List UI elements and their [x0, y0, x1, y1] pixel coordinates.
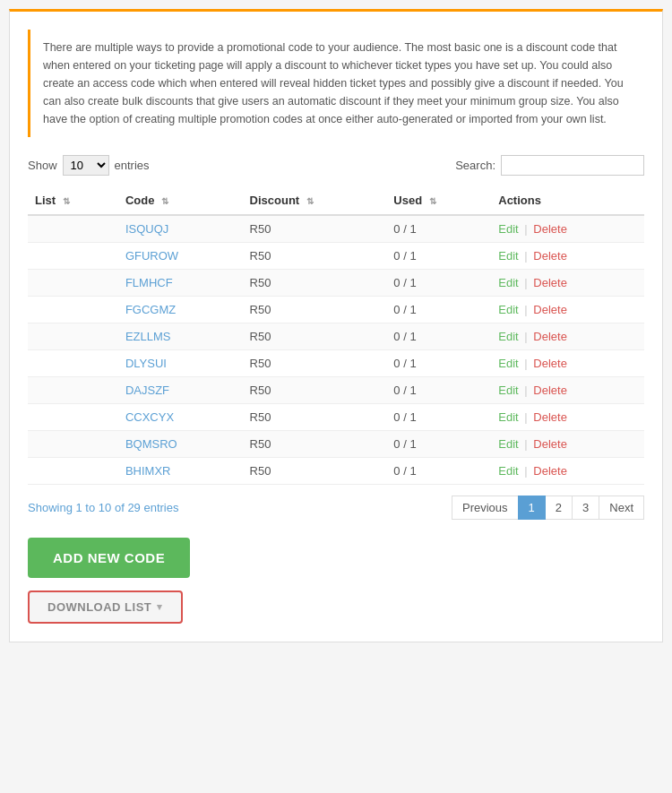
- edit-link[interactable]: Edit: [498, 410, 518, 424]
- table-row: DAJSZF R50 0 / 1 Edit | Delete: [28, 377, 644, 404]
- cell-actions: Edit | Delete: [491, 270, 644, 297]
- cell-code: DAJSZF: [118, 377, 243, 404]
- cell-code: FLMHCF: [118, 270, 243, 297]
- col-actions: Actions: [491, 186, 644, 215]
- cell-discount: R50: [243, 243, 387, 270]
- delete-link[interactable]: Delete: [533, 330, 567, 343]
- delete-link[interactable]: Delete: [533, 357, 567, 370]
- cell-used: 0 / 1: [386, 431, 491, 458]
- search-input[interactable]: [501, 155, 644, 176]
- table-row: EZLLMS R50 0 / 1 Edit | Delete: [28, 323, 644, 350]
- cell-discount: R50: [243, 404, 387, 431]
- page-3-button[interactable]: 3: [572, 496, 599, 520]
- page-2-button[interactable]: 2: [545, 496, 573, 520]
- show-entries-control: Show 10 25 50 100 entries: [28, 155, 150, 176]
- page-1-button[interactable]: 1: [518, 496, 546, 520]
- cell-actions: Edit | Delete: [491, 215, 644, 243]
- cell-actions: Edit | Delete: [491, 404, 644, 431]
- edit-link[interactable]: Edit: [498, 357, 518, 370]
- col-list: List ⇅: [28, 186, 118, 215]
- showing-from: 1: [75, 501, 82, 514]
- action-separator: |: [524, 410, 527, 424]
- cell-discount: R50: [243, 215, 387, 243]
- chevron-down-icon: ▾: [157, 601, 163, 613]
- download-list-label: DOWNLOAD LIST: [47, 600, 151, 614]
- cell-list: [28, 377, 118, 404]
- cell-code: GFUROW: [118, 243, 243, 270]
- delete-link[interactable]: Delete: [533, 437, 567, 451]
- showing-to-text: to: [85, 501, 98, 514]
- cell-discount: R50: [243, 270, 387, 297]
- search-box: Search:: [455, 155, 644, 176]
- cell-code: FGCGMZ: [118, 297, 243, 323]
- delete-link[interactable]: Delete: [533, 410, 567, 424]
- showing-of-text: of: [115, 501, 127, 514]
- next-button[interactable]: Next: [599, 496, 644, 520]
- cell-discount: R50: [243, 377, 387, 404]
- table-row: BHIMXR R50 0 / 1 Edit | Delete: [28, 458, 644, 485]
- edit-link[interactable]: Edit: [498, 303, 518, 316]
- edit-link[interactable]: Edit: [498, 384, 518, 397]
- cell-discount: R50: [243, 297, 387, 323]
- table-row: GFUROW R50 0 / 1 Edit | Delete: [28, 243, 644, 270]
- cell-actions: Edit | Delete: [491, 377, 644, 404]
- edit-link[interactable]: Edit: [498, 437, 518, 451]
- cell-code: DLYSUI: [118, 350, 243, 377]
- cell-used: 0 / 1: [386, 458, 491, 485]
- cell-list: [28, 404, 118, 431]
- table-row: BQMSRO R50 0 / 1 Edit | Delete: [28, 431, 644, 458]
- edit-link[interactable]: Edit: [498, 249, 518, 263]
- prev-button[interactable]: Previous: [452, 496, 519, 520]
- cell-list: [28, 215, 118, 243]
- show-label: Show: [28, 159, 57, 172]
- cell-code: EZLLMS: [118, 323, 243, 350]
- delete-link[interactable]: Delete: [533, 384, 567, 397]
- edit-link[interactable]: Edit: [498, 330, 518, 343]
- cell-discount: R50: [243, 350, 387, 377]
- delete-link[interactable]: Delete: [533, 303, 567, 316]
- sort-icon-code[interactable]: ⇅: [161, 196, 168, 206]
- entries-label: entries: [115, 159, 150, 172]
- table-row: FLMHCF R50 0 / 1 Edit | Delete: [28, 270, 644, 297]
- main-container: There are multiple ways to provide a pro…: [9, 9, 663, 642]
- add-new-code-button[interactable]: ADD NEW CODE: [28, 538, 190, 578]
- edit-link[interactable]: Edit: [498, 464, 518, 478]
- action-separator: |: [524, 357, 527, 370]
- entries-select[interactable]: 10 25 50 100: [63, 155, 109, 176]
- download-list-button[interactable]: DOWNLOAD LIST ▾: [28, 590, 183, 624]
- cell-actions: Edit | Delete: [491, 243, 644, 270]
- table-header-row: List ⇅ Code ⇅ Discount ⇅ Used ⇅ Actions: [28, 186, 644, 215]
- delete-link[interactable]: Delete: [533, 249, 567, 263]
- action-separator: |: [524, 249, 527, 263]
- cell-list: [28, 270, 118, 297]
- delete-link[interactable]: Delete: [533, 222, 567, 236]
- cell-discount: R50: [243, 431, 387, 458]
- sort-icon-list[interactable]: ⇅: [63, 196, 70, 206]
- cell-actions: Edit | Delete: [491, 350, 644, 377]
- table-row: FGCGMZ R50 0 / 1 Edit | Delete: [28, 297, 644, 323]
- edit-link[interactable]: Edit: [498, 222, 518, 236]
- sort-icon-discount[interactable]: ⇅: [306, 196, 314, 206]
- cell-actions: Edit | Delete: [491, 297, 644, 323]
- sort-icon-used[interactable]: ⇅: [429, 196, 436, 206]
- info-text: There are multiple ways to provide a pro…: [43, 41, 624, 125]
- showing-to: 10: [99, 501, 111, 514]
- action-separator: |: [524, 330, 527, 343]
- cell-used: 0 / 1: [386, 243, 491, 270]
- cell-list: [28, 350, 118, 377]
- cell-discount: R50: [243, 323, 387, 350]
- table-row: ISQUQJ R50 0 / 1 Edit | Delete: [28, 215, 644, 243]
- cell-used: 0 / 1: [386, 215, 491, 243]
- delete-link[interactable]: Delete: [533, 276, 567, 289]
- cell-actions: Edit | Delete: [491, 431, 644, 458]
- cell-list: [28, 431, 118, 458]
- col-discount: Discount ⇅: [243, 186, 387, 215]
- footer-row: Showing 1 to 10 of 29 entries Previous 1…: [28, 496, 644, 520]
- cell-list: [28, 458, 118, 485]
- cell-code: ISQUQJ: [118, 215, 243, 243]
- cell-list: [28, 297, 118, 323]
- edit-link[interactable]: Edit: [498, 276, 518, 289]
- delete-link[interactable]: Delete: [533, 464, 567, 478]
- table-row: CCXCYX R50 0 / 1 Edit | Delete: [28, 404, 644, 431]
- info-box: There are multiple ways to provide a pro…: [28, 30, 644, 137]
